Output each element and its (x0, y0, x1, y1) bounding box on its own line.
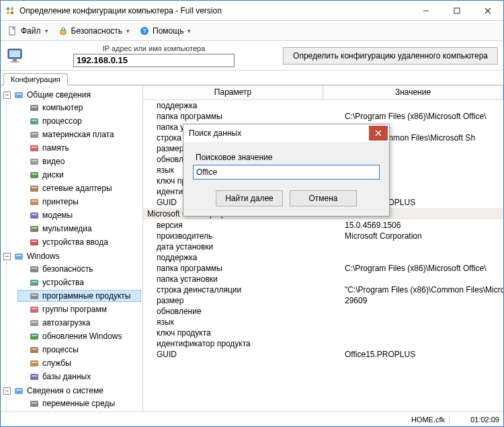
tree-node-icon (29, 129, 40, 140)
tree-leaf[interactable]: автозагрузка (17, 317, 141, 329)
tree-label: модемы (42, 210, 73, 220)
maximize-button[interactable] (442, 1, 472, 21)
tree-leaf[interactable]: устройства ввода (17, 236, 141, 248)
tree-label: память (42, 143, 69, 153)
tree-node-icon (29, 183, 40, 194)
grid-cell-param: версия (143, 221, 345, 230)
dialog-close-button[interactable] (369, 126, 388, 141)
grid-row[interactable]: язык (143, 317, 503, 327)
svg-rect-40 (15, 254, 23, 260)
menu-help[interactable]: ? Помощь (135, 24, 195, 38)
tree-leaf[interactable]: группы программ (17, 303, 141, 315)
grid-row[interactable]: идентификатор продукта (143, 338, 503, 349)
tree-leaf[interactable]: материнская плата (17, 128, 141, 141)
grid-row[interactable]: версия15.0.4569.1506 (143, 220, 503, 231)
tree-label: процессы (42, 345, 79, 354)
grid-row[interactable]: ключ продукта (143, 327, 503, 338)
dialog-cancel-button[interactable]: Отмена (290, 190, 357, 206)
tree-leaf[interactable]: диски (17, 169, 141, 181)
lock-icon (58, 26, 69, 36)
ip-input[interactable] (73, 54, 235, 67)
tree-leaf[interactable]: обновления Windows (17, 330, 141, 342)
svg-rect-47 (32, 295, 37, 296)
grid-cell-value: Office15.PROPLUS (345, 350, 503, 359)
grid-col-value[interactable]: Значение (323, 85, 503, 100)
tree-label: устройства ввода (42, 237, 108, 247)
svg-rect-34 (30, 212, 38, 219)
svg-rect-32 (30, 199, 38, 205)
tree-branch[interactable]: −Общие сведения (2, 89, 141, 101)
minimize-button[interactable] (411, 1, 442, 21)
tree-leaf[interactable]: мультимедиа (17, 223, 141, 235)
tree-label: переменные среды (42, 399, 115, 408)
tree[interactable]: −Общие сведениякомпьютерпроцессорматерин… (1, 85, 143, 412)
svg-rect-26 (30, 159, 38, 165)
grid-row[interactable]: дата установки (143, 241, 503, 252)
tree-leaf[interactable]: безопасность (17, 263, 141, 275)
grid-cell-param: язык (143, 317, 345, 327)
grid-row[interactable]: папка программыC:\Program Files (x86)\Mi… (143, 111, 503, 122)
tree-node-icon (29, 169, 40, 180)
menu-security[interactable]: Безопасность (54, 24, 134, 38)
tree-leaf[interactable]: базы данных (17, 371, 141, 383)
svg-rect-46 (30, 293, 38, 299)
grid-row[interactable]: поддержка (143, 252, 503, 263)
expand-toggle[interactable]: − (3, 253, 11, 260)
svg-rect-23 (32, 133, 37, 134)
menu-file[interactable]: Файл (3, 24, 52, 38)
tree-label: обновления Windows (42, 332, 122, 341)
tree-node-icon (29, 358, 40, 368)
tree-leaf[interactable]: компьютер (17, 102, 141, 114)
tree-leaf[interactable]: переменные среды (17, 397, 141, 410)
search-dialog: Поиск данных Поисковое значение Найти да… (183, 124, 390, 217)
close-button[interactable] (472, 1, 503, 21)
tree-leaf[interactable]: сетевые адаптеры (17, 182, 141, 194)
tree-leaf[interactable]: память (17, 142, 141, 154)
grid-row[interactable]: размер29609 (143, 295, 503, 306)
tree-leaf[interactable]: устройства (17, 276, 141, 288)
svg-rect-39 (32, 241, 37, 242)
detect-button[interactable]: Определить конфигурацию удаленного компь… (283, 47, 498, 65)
tree-leaf[interactable]: службы (17, 357, 141, 369)
tree-node-icon (29, 290, 40, 301)
tree-branch[interactable]: −Сведения о системе (2, 385, 141, 397)
grid-row[interactable]: обновление (143, 306, 503, 317)
grid-row[interactable]: производительMicrosoft Corporation (143, 231, 503, 241)
dialog-find-next-button[interactable]: Найти далее (216, 190, 283, 206)
svg-rect-59 (32, 375, 37, 377)
expand-toggle[interactable]: − (3, 91, 11, 99)
svg-rect-42 (30, 266, 38, 272)
grid-row[interactable]: папка установки (143, 274, 503, 284)
tree-leaf[interactable]: процессор (17, 115, 141, 127)
tree-leaf[interactable]: процессы (17, 344, 141, 356)
svg-rect-52 (30, 334, 38, 340)
tree-node-icon (29, 143, 40, 153)
window-title: Определение конфигурации компьютера - Fu… (19, 6, 411, 15)
tree-leaf[interactable]: принтеры (17, 196, 141, 208)
grid-row[interactable]: папка программыC:\Program Files (x86)\Mi… (143, 263, 503, 274)
dialog-search-input[interactable] (193, 165, 380, 180)
dialog-title: Поиск данных (189, 128, 241, 138)
tab-config[interactable]: Конфигурация (3, 73, 68, 85)
app-icon (5, 5, 15, 16)
svg-rect-14 (13, 59, 17, 61)
grid-cell-value (345, 242, 503, 251)
tree-leaf[interactable]: модемы (17, 209, 141, 221)
svg-point-2 (7, 11, 9, 13)
svg-rect-5 (454, 8, 460, 13)
tree-label: процессор (42, 116, 82, 126)
svg-rect-56 (30, 360, 38, 366)
grid-row[interactable]: поддержка (143, 100, 503, 111)
tree-label: базы данных (42, 372, 91, 381)
tree-label: группы программ (42, 305, 107, 314)
grid-row[interactable]: строка деинсталляции"C:\Program Files (x… (143, 284, 503, 295)
tree-leaf[interactable]: видео (17, 155, 141, 167)
grid-row[interactable]: GUIDOffice15.PROPLUS (143, 349, 503, 360)
tree-leaf[interactable]: программные продукты (17, 290, 141, 302)
tree-node-icon (29, 102, 40, 113)
tree-node-icon (29, 331, 40, 342)
expand-toggle[interactable]: − (3, 387, 11, 395)
tree-branch[interactable]: −Windows (2, 250, 141, 262)
grid-col-param[interactable]: Параметр (143, 85, 323, 100)
tree-node-icon (29, 371, 40, 382)
